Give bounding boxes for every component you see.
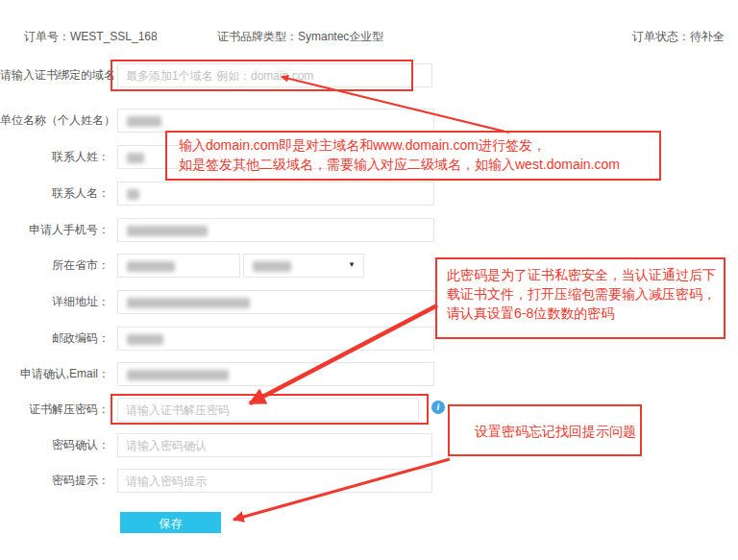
certificate-brand-type: 证书品牌类型：Symantec企业型 <box>217 29 383 45</box>
password-hint-label: 密码提示： <box>0 469 110 493</box>
masked-value <box>127 298 250 308</box>
field-row-first-name: 联系人名： <box>0 182 738 206</box>
arrow-to-unzip-password-input <box>250 305 437 403</box>
field-row-domain: 请输入证书绑定的域名： <box>0 63 738 87</box>
info-icon[interactable]: i <box>431 401 445 414</box>
last-name-label: 联系人姓： <box>0 145 110 169</box>
field-row-mobile: 申请人手机号： <box>0 218 738 242</box>
first-name-label: 联系人名： <box>0 182 110 206</box>
zipcode-input[interactable] <box>117 327 434 351</box>
masked-value <box>127 189 139 200</box>
order-status: 订单状态：待补全 <box>632 29 725 45</box>
unzip-password-input[interactable] <box>117 398 419 422</box>
order-number: 订单号：WEST_SSL_168 <box>24 29 158 45</box>
password-confirm-input[interactable] <box>117 433 432 457</box>
password-hint-input[interactable] <box>117 469 432 493</box>
first-name-input[interactable] <box>117 182 434 206</box>
domain-label: 请输入证书绑定的域名： <box>0 63 110 87</box>
password-annotation-box: 此密码是为了证书私密安全，当认证通过后下 载证书文件，打开压缩包需要输入减压密码… <box>435 257 726 339</box>
masked-value <box>253 261 291 272</box>
field-row-password-hint: 密码提示： <box>0 469 738 493</box>
region-label: 所在省市： <box>0 254 110 278</box>
hint-annotation-box: 设置密码忘记找回提示问题 <box>448 404 642 456</box>
org-name-input[interactable] <box>117 109 434 133</box>
save-button[interactable]: 保存 <box>120 512 221 533</box>
mobile-input[interactable] <box>117 218 434 242</box>
password-confirm-label: 密码确认： <box>0 433 110 457</box>
masked-value <box>127 226 208 236</box>
domain-input[interactable] <box>117 63 432 87</box>
org-name-label: 单位名称（个人姓名）： <box>0 109 110 133</box>
masked-value <box>127 370 229 380</box>
field-row-email: 申请确认,Email： <box>0 362 738 386</box>
province-select[interactable] <box>117 254 240 278</box>
address-label: 详细地址： <box>0 290 110 314</box>
masked-value <box>127 261 175 272</box>
zipcode-label: 邮政编码： <box>0 327 110 351</box>
masked-value <box>127 334 163 345</box>
field-row-org-name: 单位名称（个人姓名）： <box>0 109 738 133</box>
unzip-password-label: 证书解压密码： <box>0 398 110 422</box>
ssl-order-form-page: 订单号：WEST_SSL_168 证书品牌类型：Symantec企业型 订单状态… <box>0 0 738 560</box>
city-select[interactable]: ▼ <box>243 254 364 278</box>
chevron-down-icon: ▼ <box>348 261 356 269</box>
address-input[interactable] <box>117 290 434 314</box>
masked-value <box>127 116 161 127</box>
email-label: 申请确认,Email： <box>0 362 110 386</box>
email-input[interactable] <box>117 362 434 386</box>
domain-annotation-box: 输入domain.com即是对主域名和www.domain.com进行签发， 如… <box>165 131 661 181</box>
mobile-label: 申请人手机号： <box>0 218 110 242</box>
masked-value <box>127 153 144 163</box>
